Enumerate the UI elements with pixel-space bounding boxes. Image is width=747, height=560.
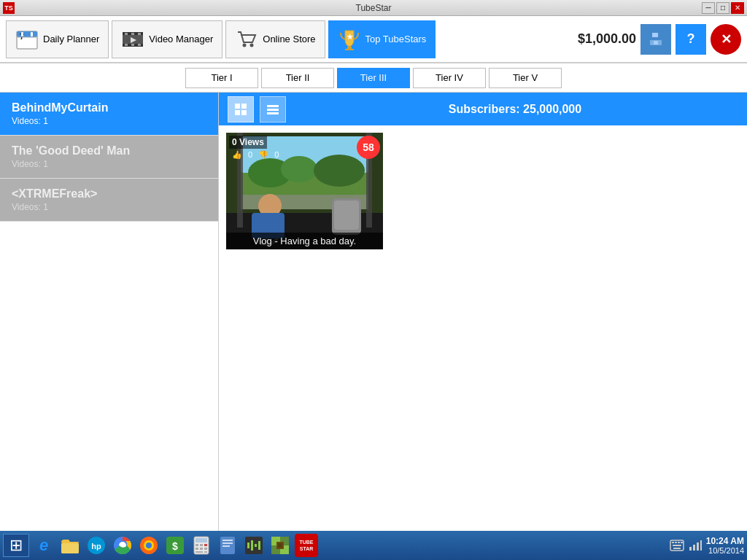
svg-rect-10 [131, 33, 134, 35]
svg-point-57 [146, 542, 152, 548]
svg-rect-86 [296, 535, 317, 556]
svg-text:hp: hp [91, 542, 101, 551]
svg-rect-19 [345, 49, 354, 50]
svg-rect-29 [267, 105, 279, 107]
tier-tab-3[interactable]: Tier III [337, 68, 410, 88]
video-card-1[interactable]: 0 Views 👍 0 👎 0 58 Vlog - Having a bad d… [226, 133, 383, 249]
tier-tab-1[interactable]: Tier I [185, 68, 258, 88]
svg-point-16 [243, 43, 247, 47]
taskbar-hp-icon[interactable]: hp [85, 534, 108, 557]
svg-rect-68 [196, 551, 203, 553]
taskbar-calc-icon[interactable] [190, 534, 213, 557]
taskbar-ie-icon[interactable]: e [32, 534, 55, 557]
close-button[interactable]: ✕ [731, 2, 744, 14]
maximize-button[interactable]: □ [716, 2, 729, 14]
trophy-icon: ★ [338, 28, 361, 51]
svg-rect-75 [247, 542, 249, 548]
channel-videos-2: Videos: 1 [12, 159, 206, 169]
channel-videos-3: Videos: 1 [12, 202, 206, 212]
like-count: 0 [248, 150, 252, 160]
channel-item-3[interactable]: <XTRMEFreak> Videos: 1 [0, 179, 218, 222]
signal-icon [689, 540, 702, 551]
svg-rect-14 [138, 44, 141, 46]
calendar-icon: 7 [15, 28, 39, 51]
tier-tab-4[interactable]: Tier IV [413, 68, 486, 88]
video-likes: 👍 0 👎 0 [229, 149, 282, 161]
taskbar-chrome-icon[interactable] [111, 534, 134, 557]
video-cards: 0 Views 👍 0 👎 0 58 Vlog - Having a bad d… [219, 125, 747, 257]
channel-videos-1: Videos: 1 [12, 116, 206, 126]
nav-tab-daily-planner[interactable]: 7 Daily Planner [6, 20, 109, 58]
start-button[interactable]: ⊞ [3, 534, 29, 557]
like-icon: 👍 [232, 150, 242, 160]
help-button[interactable]: ? [676, 24, 706, 55]
save-button[interactable] [640, 24, 671, 55]
firefox-icon [139, 535, 159, 556]
svg-rect-46 [334, 201, 359, 230]
grid-view-button[interactable] [228, 96, 254, 122]
svg-text:★: ★ [346, 33, 353, 41]
channel-list: BehindMyCurtain Videos: 1 The 'Good Deed… [0, 93, 219, 531]
video-score: 58 [357, 136, 380, 159]
svg-rect-67 [204, 548, 207, 550]
dislike-count: 0 [274, 150, 279, 160]
svg-rect-12 [125, 44, 128, 46]
svg-rect-31 [267, 112, 279, 114]
nav-bar: 7 Daily Planner Video Manager [0, 16, 747, 63]
subscriber-count: Subscribers: 25,000,000 [449, 103, 581, 116]
svg-point-37 [314, 155, 365, 187]
minecraft-icon [270, 535, 290, 556]
taskbar-explorer-icon[interactable] [58, 534, 82, 557]
tier-bar: Tier I Tier II Tier III Tier IV Tier V [0, 63, 747, 93]
nav-tab-online-store[interactable]: Online Store [225, 20, 325, 58]
channel-name-1: BehindMyCurtain [12, 101, 206, 114]
document-icon [217, 535, 238, 556]
channel-item-2[interactable]: The 'Good Deed' Man Videos: 1 [0, 136, 218, 179]
svg-rect-65 [196, 548, 198, 550]
svg-rect-27 [235, 110, 240, 115]
svg-rect-69 [204, 551, 207, 553]
taskbar-green-icon[interactable]: $ [163, 534, 187, 557]
taskbar-music-icon[interactable] [242, 534, 266, 557]
video-area: Subscribers: 25,000,000 [219, 93, 747, 531]
taskbar: ⊞ e hp [0, 531, 747, 560]
svg-rect-66 [200, 548, 203, 550]
svg-rect-9 [125, 33, 128, 35]
svg-rect-91 [675, 542, 677, 543]
nav-tab-daily-planner-label: Daily Planner [43, 34, 99, 44]
balance-display: $1,000.00 [578, 31, 636, 47]
svg-rect-64 [204, 544, 207, 546]
svg-rect-24 [654, 41, 658, 44]
nav-tab-video-manager[interactable]: Video Manager [112, 20, 222, 58]
title-bar: TS TubeStar ─ □ ✕ [0, 0, 747, 16]
svg-rect-62 [196, 544, 198, 546]
svg-rect-78 [258, 541, 260, 550]
video-title: Vlog - Having a bad day. [226, 233, 383, 249]
film-icon [121, 28, 144, 51]
tier-tab-2[interactable]: Tier II [261, 68, 334, 88]
svg-text:STAR: STAR [300, 546, 314, 551]
taskbar-minecraft-icon[interactable] [268, 534, 292, 557]
svg-rect-77 [255, 544, 257, 547]
svg-text:$: $ [172, 540, 178, 552]
close-app-button[interactable]: ✕ [711, 24, 741, 55]
svg-text:TUBE: TUBE [299, 540, 313, 545]
taskbar-tubestar-icon[interactable]: TUBE STAR [295, 534, 318, 557]
channel-name-3: <XTRMEFreak> [12, 187, 206, 201]
channel-item-1[interactable]: BehindMyCurtain Videos: 1 [0, 93, 218, 136]
tier-tab-5[interactable]: Tier V [489, 68, 562, 88]
taskbar-firefox-icon[interactable] [137, 534, 160, 557]
minimize-button[interactable]: ─ [702, 2, 715, 14]
svg-rect-85 [278, 543, 282, 548]
hp-icon: hp [86, 535, 107, 556]
close-app-icon: ✕ [721, 31, 732, 47]
nav-tab-video-manager-label: Video Manager [149, 34, 213, 44]
nav-tab-top-tubestars[interactable]: ★ Top TubeStars [328, 20, 436, 58]
svg-rect-13 [131, 44, 134, 46]
taskbar-document-icon[interactable] [216, 534, 239, 557]
taskbar-right: 10:24 AM 10/5/2014 [670, 536, 744, 555]
svg-rect-97 [693, 545, 695, 551]
list-view-button[interactable] [260, 96, 286, 122]
title-bar-left: TS [3, 2, 15, 14]
svg-rect-93 [681, 542, 683, 543]
